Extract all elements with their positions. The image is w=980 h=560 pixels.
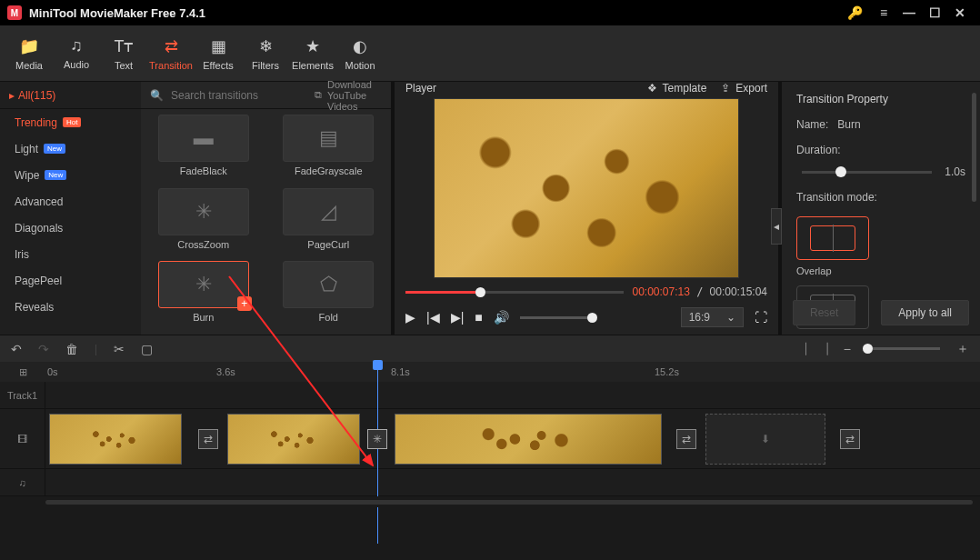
transition-fold[interactable]: ⬠Fold [275, 261, 383, 329]
clip-3[interactable] [395, 414, 662, 465]
stop-button[interactable]: ■ [475, 310, 482, 325]
transition-label: Fold [319, 312, 338, 323]
category-trending[interactable]: TrendingHot [0, 109, 141, 135]
crop-button[interactable]: ▢ [141, 342, 153, 356]
add-track-button[interactable]: ⊞ [0, 362, 45, 382]
prev-frame-button[interactable]: |◀ [426, 310, 440, 325]
media-icon: 📁 [19, 36, 39, 56]
aspect-ratio-select[interactable]: 16:9⌄ [681, 307, 744, 327]
zoom-slider[interactable] [867, 347, 940, 350]
tab-media[interactable]: 📁Media [5, 25, 53, 81]
category-advanced[interactable]: Advanced [0, 188, 141, 215]
ruler-mark: 15.2s [655, 366, 679, 377]
app-title: MiniTool MovieMaker Free 7.4.1 [29, 6, 205, 20]
tab-audio[interactable]: ♫Audio [53, 25, 100, 81]
download-youtube-button[interactable]: ⧉Download YouTube Videos [315, 79, 382, 112]
transition-thumb: ✳ [158, 188, 249, 235]
video-track[interactable]: 🎞 ⇄ ✳ ⇄ ⬇ ⇄ [0, 409, 980, 469]
clip-2[interactable] [227, 414, 360, 465]
zoom-out-button[interactable]: − [844, 342, 851, 356]
category-diagonals[interactable]: Diagonals [0, 215, 141, 241]
timeline-toolbar: ↶ ↷ 🗑 | ✂ ▢ ⎸⎹ − ＋ [0, 335, 980, 362]
tab-motion[interactable]: ◐Motion [336, 25, 384, 81]
menu-icon[interactable]: ≡ [871, 0, 896, 25]
next-frame-button[interactable]: ▶| [451, 310, 465, 325]
badge-new: New [45, 170, 66, 180]
timeline-ruler[interactable]: ⊞ 0s 3.6s 8.1s 15.2s [0, 362, 980, 382]
category-pagepeel[interactable]: PagePeel [0, 267, 141, 294]
player-panel: Player ❖Template ⇪Export 00:00:07:13 / 0… [391, 82, 782, 335]
badge-new: New [44, 144, 65, 154]
apply-all-button[interactable]: Apply to all [881, 300, 969, 325]
template-label: Template [663, 82, 707, 95]
volume-icon[interactable]: 🔊 [494, 310, 509, 325]
app-logo: M [7, 5, 22, 20]
tab-text[interactable]: TᴛText [100, 25, 147, 81]
tab-label: Media [15, 60, 43, 71]
panel-collapse-handle[interactable]: ◂ [771, 208, 782, 245]
preview-viewport [395, 95, 778, 282]
transition-slot-3[interactable]: ⇄ [676, 429, 696, 449]
upgrade-key-icon[interactable]: 🔑 [842, 0, 867, 25]
transition-slot-1[interactable]: ⇄ [198, 429, 218, 449]
transition-slot-2[interactable]: ✳ [367, 429, 387, 449]
timecode-current: 00:00:07:13 [633, 285, 690, 298]
tab-filters[interactable]: ❄Filters [242, 25, 289, 81]
clip-1[interactable] [49, 414, 182, 465]
fullscreen-button[interactable]: ⛶ [755, 310, 767, 325]
audio-track[interactable]: ♫ [0, 469, 980, 496]
add-transition-button[interactable]: + [237, 296, 252, 311]
undo-button[interactable]: ↶ [11, 342, 22, 356]
category-label: Reveals [15, 301, 54, 314]
category-all[interactable]: ▸ All(115) [0, 82, 141, 109]
transition-slot-4[interactable]: ⇄ [840, 429, 860, 449]
category-wipe[interactable]: WipeNew [0, 162, 141, 188]
reset-button[interactable]: Reset [793, 300, 855, 325]
category-label: Iris [15, 248, 29, 261]
zoom-in-button[interactable]: ＋ [956, 341, 969, 357]
category-label: PagePeel [15, 275, 62, 287]
transition-thumb: ✳+ [158, 261, 249, 308]
tab-transition[interactable]: ⇄Transition [147, 25, 195, 81]
scrollbar[interactable] [972, 93, 976, 202]
delete-button[interactable]: 🗑 [65, 342, 78, 356]
timeline-scrollbar[interactable] [0, 496, 980, 507]
track-label: Track1 [0, 382, 45, 408]
transition-crosszoom[interactable]: ✳CrossZoom [150, 188, 257, 256]
transition-label: PageCurl [307, 239, 349, 250]
progress-bar[interactable] [405, 291, 624, 294]
transition-fadegrayscale[interactable]: ▤FadeGrayscale [275, 115, 383, 183]
minimize-button[interactable]: ― [896, 0, 922, 25]
search-input[interactable] [171, 89, 307, 102]
elements-icon: ★ [305, 36, 320, 56]
motion-icon: ◐ [353, 36, 367, 56]
redo-button[interactable]: ↷ [38, 342, 49, 356]
maximize-button[interactable]: ☐ [922, 0, 947, 25]
category-light[interactable]: LightNew [0, 135, 141, 162]
duration-slider[interactable] [802, 171, 932, 174]
template-button[interactable]: ❖Template [647, 82, 707, 95]
transition-fadeblack[interactable]: ▬FadeBlack [150, 115, 257, 183]
split-button[interactable]: ✂ [114, 342, 125, 356]
tab-label: Text [115, 60, 133, 71]
search-icon: 🔍 [150, 89, 164, 102]
mode-label: Transition mode: [796, 191, 877, 204]
tab-effects[interactable]: ▦Effects [195, 25, 242, 81]
transition-icon: ⇄ [165, 36, 178, 56]
transition-pagecurl[interactable]: ◿PageCurl [275, 188, 383, 256]
track-header-row: Track1 [0, 382, 980, 409]
category-iris[interactable]: Iris [0, 241, 141, 267]
tab-label: Elements [292, 60, 334, 71]
mode-overlap[interactable] [796, 216, 869, 260]
tab-elements[interactable]: ★Elements [289, 25, 336, 81]
category-reveals[interactable]: Reveals [0, 294, 141, 320]
marker-icon[interactable]: ⎸⎹ [805, 341, 827, 356]
volume-slider[interactable] [520, 316, 593, 319]
export-button[interactable]: ⇪Export [721, 82, 767, 95]
top-toolbar: 📁Media♫AudioTᴛText⇄Transition▦Effects❄Fi… [0, 25, 980, 82]
export-label: Export [735, 82, 767, 95]
clip-placeholder[interactable]: ⬇ [705, 414, 825, 465]
play-button[interactable]: ▶ [405, 310, 415, 325]
close-button[interactable]: ✕ [947, 0, 973, 25]
transition-burn[interactable]: ✳+Burn [150, 261, 257, 329]
